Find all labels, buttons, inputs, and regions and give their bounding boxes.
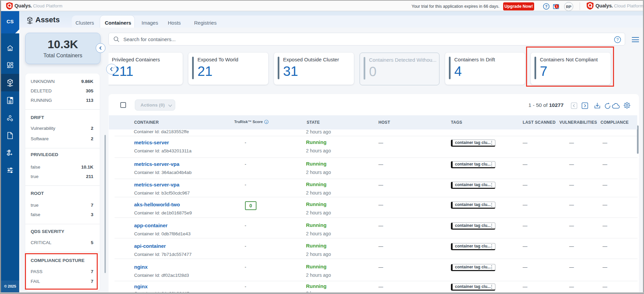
svg-text:?: ? — [545, 4, 547, 8]
svg-text:?: ? — [616, 37, 619, 42]
svg-text:i: i — [266, 121, 267, 124]
svg-text:1: 1 — [556, 5, 558, 8]
